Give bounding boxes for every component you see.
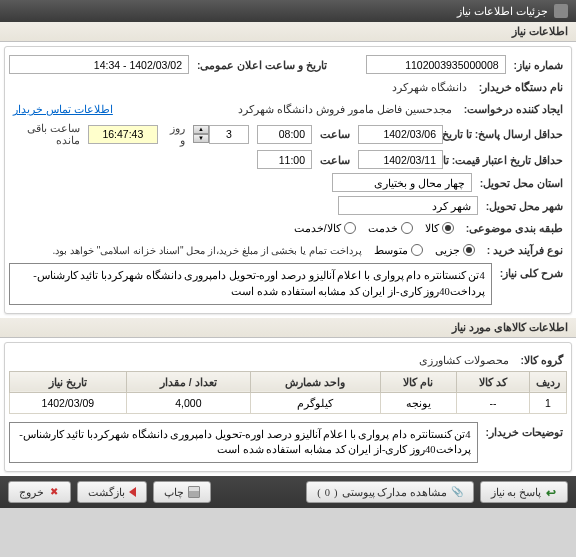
th-code: کد کالا: [457, 371, 530, 392]
cell-redif: 1: [530, 392, 567, 413]
lbl-validity: حداقل تاریخ اعتبار قیمت: تا تاریخ:: [447, 154, 567, 166]
field-remain-time: 16:47:43: [88, 125, 158, 144]
lbl-group: گروه کالا:: [517, 354, 567, 366]
stepper-up-icon[interactable]: ▲: [193, 125, 209, 134]
radio-medium[interactable]: متوسط: [374, 244, 423, 256]
radio-icon: [344, 222, 356, 234]
back-button[interactable]: بازگشت: [77, 481, 147, 503]
lbl-need-no: شماره نیاز:: [510, 59, 567, 71]
textarea-need-desc[interactable]: [9, 263, 492, 305]
field-reply-time: 08:00: [257, 125, 312, 144]
val-group: محصولات کشاورزی: [415, 354, 513, 366]
exit-icon: [48, 486, 60, 498]
th-date: تاریخ نیاز: [10, 371, 127, 392]
lbl-request-place: استان محل تحویل:: [476, 177, 567, 189]
reply-icon: [545, 486, 557, 498]
cell-name: یونجه: [380, 392, 456, 413]
val-buyer: دانشگاه شهرکرد: [388, 81, 471, 93]
goods-card: گروه کالا: محصولات کشاورزی ردیف کد کالا …: [4, 342, 572, 473]
table-row[interactable]: 1 -- یونجه کیلوگرم 4,000 1402/03/09: [10, 392, 567, 413]
field-request-place: چهار محال و بختیاری: [332, 173, 472, 192]
field-days-left: 3: [209, 125, 249, 144]
th-redif: ردیف: [530, 371, 567, 392]
payment-note: پرداخت تمام یا بخشی از مبلغ خرید،از محل …: [49, 245, 366, 256]
radio-dot-icon: [463, 244, 475, 256]
lbl-pub-date: تاریخ و ساعت اعلان عمومی:: [193, 59, 331, 71]
lbl-hour-1: ساعت: [316, 128, 354, 140]
attachment-icon: [451, 486, 463, 498]
days-left-stepper[interactable]: 3 ▲ ▼: [193, 125, 249, 144]
lbl-days: روز و: [162, 122, 189, 146]
subject-class-radios: کالا خدمت کالا/خدمت: [290, 222, 458, 234]
radio-minor[interactable]: جزیی: [435, 244, 475, 256]
radio-icon: [401, 222, 413, 234]
field-pub-date: 1402/03/02 - 14:34: [9, 55, 189, 74]
window-title: جزئیات اطلاعات نیاز: [457, 5, 548, 18]
lbl-requester: ایجاد کننده درخواست:: [460, 103, 567, 115]
val-requester: مجدحسین فاضل مامور فروش دانشگاه شهرکرد: [234, 103, 456, 115]
th-qty: تعداد / مقدار: [126, 371, 250, 392]
field-need-no: 1102003935000008: [366, 55, 506, 74]
need-info-card: شماره نیاز: 1102003935000008 تاریخ و ساع…: [4, 46, 572, 314]
link-contact-info[interactable]: اطلاعات تماس خریدار: [9, 103, 117, 115]
lbl-delivery-place: شهر محل تحویل:: [482, 200, 567, 212]
radio-goods-service[interactable]: کالا/خدمت: [294, 222, 356, 234]
cell-code: --: [457, 392, 530, 413]
lbl-buyer-notes: توضیحات خریدار:: [482, 422, 567, 438]
lbl-remain: ساعت باقی مانده: [9, 122, 84, 146]
table-header-row: ردیف کد کالا نام کالا واحد شمارش تعداد /…: [10, 371, 567, 392]
field-reply-date: 1402/03/06: [358, 125, 443, 144]
textarea-buyer-notes[interactable]: [9, 422, 478, 464]
section-goods-header: اطلاعات کالاهای مورد نیاز: [0, 318, 576, 338]
window-titlebar: جزئیات اطلاعات نیاز: [0, 0, 576, 22]
reply-button[interactable]: پاسخ به نیاز: [480, 481, 568, 503]
radio-goods[interactable]: کالا: [425, 222, 454, 234]
lbl-process-type: نوع فرآیند خرید :: [483, 244, 567, 256]
process-type-radios: جزیی متوسط: [370, 244, 479, 256]
lbl-subject-class: طبقه بندی موضوعی:: [462, 222, 567, 234]
lbl-need-desc: شرح کلی نیاز:: [496, 263, 567, 279]
cell-qty: 4,000: [126, 392, 250, 413]
cell-date: 1402/03/09: [10, 392, 127, 413]
lbl-hour-2: ساعت: [316, 154, 354, 166]
lbl-buyer: نام دستگاه خریدار:: [475, 81, 567, 93]
radio-icon: [411, 244, 423, 256]
cell-unit: کیلوگرم: [250, 392, 380, 413]
exit-button[interactable]: خروج: [8, 481, 71, 503]
back-icon: [129, 487, 136, 497]
view-attachments-button[interactable]: مشاهده مدارک پیوستی (0): [306, 481, 474, 503]
section-need-info-header: اطلاعات نیاز: [0, 22, 576, 42]
print-button[interactable]: چاپ: [153, 481, 211, 503]
lbl-reply-deadline: حداقل ارسال پاسخ: تا تاریخ:: [447, 128, 567, 140]
field-validity-time: 11:00: [257, 150, 312, 169]
th-name: نام کالا: [380, 371, 456, 392]
window-icon: [554, 4, 568, 18]
radio-service[interactable]: خدمت: [368, 222, 413, 234]
th-unit: واحد شمارش: [250, 371, 380, 392]
field-validity-date: 1402/03/11: [358, 150, 443, 169]
field-delivery-place: شهر کرد: [338, 196, 478, 215]
print-icon: [188, 486, 200, 498]
goods-table: ردیف کد کالا نام کالا واحد شمارش تعداد /…: [9, 371, 567, 414]
footer-toolbar: پاسخ به نیاز مشاهده مدارک پیوستی (0) چاپ…: [0, 476, 576, 508]
radio-dot-icon: [442, 222, 454, 234]
stepper-down-icon[interactable]: ▼: [193, 134, 209, 143]
